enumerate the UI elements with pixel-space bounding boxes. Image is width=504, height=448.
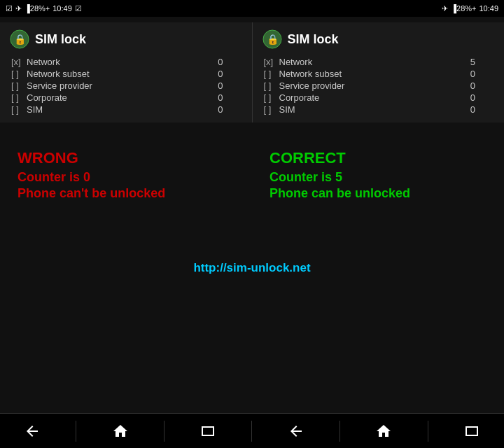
home-button-2[interactable] [363,417,405,445]
back-button-2[interactable] [275,417,317,445]
table-row: [x] Network 0 [10,56,242,68]
label-corporate-left: Corporate [24,92,212,104]
label-corporate-right: Corporate [276,92,465,104]
table-row: [ ] Service provider 0 [10,80,242,92]
svg-text:🔒: 🔒 [14,34,27,46]
correct-section: CORRECT Counter is 5 Phone can be unlock… [252,128,504,255]
value-corporate-right: 0 [465,92,494,104]
bottom-info: WRONG Counter is 0 Phone can't be unlock… [0,128,504,255]
correct-unlock-label: Phone can be unlocked [270,186,486,201]
table-row: [ ] Corporate 0 [262,92,495,104]
label-sim-left: SIM [24,104,212,115]
nav-divider-5 [428,421,428,442]
nav-bar [0,413,504,448]
value-subset-left: 0 [212,68,241,80]
value-network-right: 5 [465,56,494,68]
table-row: [ ] Service provider 0 [262,80,495,92]
battery-left: ▐28%+ [24,4,50,13]
nav-divider-3 [251,421,252,442]
checkbox-network-right: [x] [262,56,276,68]
main-content: 🔒 SIM lock [x] Network 0 [ ] Network sub… [0,17,504,413]
label-sim-right: SIM [276,104,465,115]
home-button[interactable] [99,417,141,445]
panel-right-title: SIM lock [288,32,339,47]
value-sim-right: 0 [465,104,494,115]
checkbox-corporate-right: [ ] [262,92,276,104]
panel-right-header: 🔒 SIM lock [262,29,495,49]
value-service-right: 0 [465,80,494,92]
table-row: [ ] Network subset 0 [10,68,242,80]
wrong-section: WRONG Counter is 0 Phone can't be unlock… [0,128,252,255]
status-bar: ☑ ✈ ▐28%+ 10:49 ☑ ✈ ▐28%+ 10:49 [0,0,504,17]
value-sim-left: 0 [212,104,241,115]
table-row: [ ] Corporate 0 [10,92,242,104]
nav-divider-2 [164,421,164,442]
panel-right: 🔒 SIM lock [x] Network 5 [ ] Network sub… [253,22,505,122]
table-row: [x] Network 5 [262,56,495,68]
correct-counter-label: Counter is 5 [270,170,486,185]
checkbox-subset-left: [ ] [10,68,24,80]
sim-icon-right: 🔒 [262,29,282,49]
panel-left-header: 🔒 SIM lock [10,29,242,49]
status-bar-left: ☑ ✈ ▐28%+ 10:49 ☑ [0,4,88,13]
time-right: 10:49 [479,4,498,13]
panel-right-table: [x] Network 5 [ ] Network subset 0 [ ] S… [262,56,495,115]
svg-text:🔒: 🔒 [266,34,279,46]
checkbox-service-left: [ ] [10,80,24,92]
correct-status-label: CORRECT [270,149,486,167]
value-corporate-left: 0 [212,92,241,104]
checkbox-network-left: [x] [10,56,24,68]
website-url[interactable]: http://sim-unlock.net [193,261,310,275]
label-subset-left: Network subset [24,68,212,80]
label-subset-right: Network subset [276,68,465,80]
value-subset-right: 0 [465,68,494,80]
label-network-left: Network [24,56,212,68]
panel-left-title: SIM lock [35,32,86,47]
time-left: 10:49 [52,4,72,13]
checkbox-service-right: [ ] [262,80,276,92]
back-button[interactable] [11,417,53,445]
value-service-left: 0 [212,80,241,92]
label-network-right: Network [276,56,465,68]
recents-button-2[interactable] [451,417,493,445]
nav-divider-4 [340,421,340,442]
airplane-icon-right: ✈ [442,4,448,13]
table-row: [ ] Network subset 0 [262,68,495,80]
panels-container: 🔒 SIM lock [x] Network 0 [ ] Network sub… [0,17,504,128]
checkbox-corporate-left: [ ] [10,92,24,104]
notification-icon: ☑ [6,4,13,13]
airplane-icon-left: ✈ [15,4,22,13]
label-service-right: Service provider [276,80,465,92]
battery-right: ▐28%+ [451,4,476,13]
checkbox-sim-right: [ ] [262,104,276,115]
nav-divider-1 [76,421,76,442]
panel-left: 🔒 SIM lock [x] Network 0 [ ] Network sub… [0,22,253,122]
checkbox-subset-right: [ ] [262,68,276,80]
label-service-left: Service provider [24,80,212,92]
recents-button[interactable] [187,417,229,445]
table-row: [ ] SIM 0 [262,104,495,115]
wrong-counter-label: Counter is 0 [18,170,234,185]
wrong-status-label: WRONG [18,149,234,167]
sim-icon-left: 🔒 [10,29,29,49]
value-network-left: 0 [212,56,241,68]
check-icon-left: ☑ [75,4,82,13]
url-row: http://sim-unlock.net [0,255,504,286]
checkbox-sim-left: [ ] [10,104,24,115]
panel-left-table: [x] Network 0 [ ] Network subset 0 [ ] S… [10,56,242,115]
table-row: [ ] SIM 0 [10,104,242,115]
wrong-unlock-label: Phone can't be unlocked [18,186,234,201]
status-bar-right: ✈ ▐28%+ 10:49 [436,4,504,13]
